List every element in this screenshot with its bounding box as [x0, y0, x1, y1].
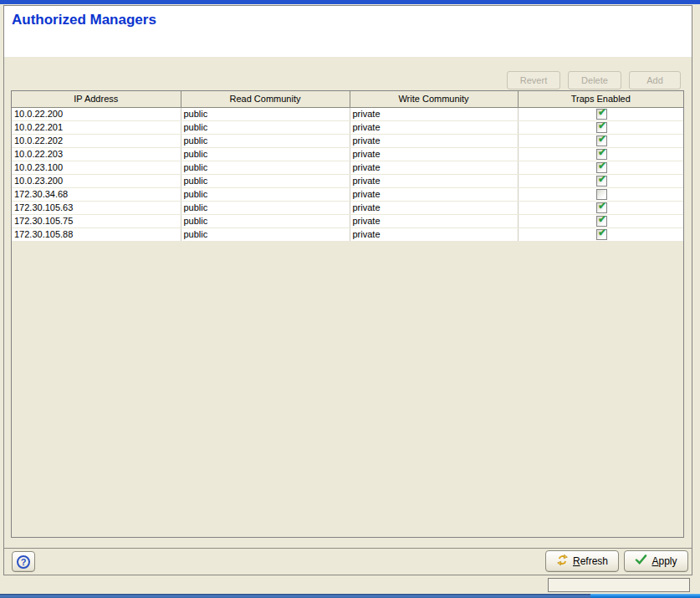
cell-write-community: private — [350, 147, 518, 161]
managers-table: IP Address Read Community Write Communit… — [12, 91, 684, 242]
check-icon: ✔ — [597, 107, 607, 118]
cell-write-community: private — [350, 214, 518, 227]
cell-ip-address: 10.0.22.201 — [12, 120, 181, 134]
cell-read-community: public — [181, 201, 350, 214]
apply-check-icon — [635, 555, 647, 568]
cell-ip-address: 10.0.23.200 — [12, 174, 181, 187]
table-row[interactable]: 172.30.105.63publicprivate✔ — [12, 201, 683, 214]
cell-write-community: private — [350, 107, 518, 120]
traps-enabled-checkbox[interactable]: ✔ — [596, 202, 607, 213]
authorized-managers-panel: Authorized Managers Revert Delete Add IP… — [0, 0, 700, 598]
cell-traps-enabled: ✔ — [518, 201, 683, 214]
table-row[interactable]: 10.0.23.200publicprivate✔ — [12, 174, 683, 187]
refresh-button[interactable]: Refresh — [545, 550, 619, 572]
check-icon: ✔ — [597, 201, 607, 212]
table-header-row: IP Address Read Community Write Communit… — [12, 91, 683, 107]
cell-read-community: public — [181, 174, 350, 187]
column-header-traps-enabled[interactable]: Traps Enabled — [518, 91, 683, 107]
table-row[interactable]: 172.30.105.75publicprivate✔ — [12, 214, 683, 227]
cell-read-community: public — [181, 134, 350, 147]
column-header-ip-address[interactable]: IP Address — [12, 91, 181, 107]
managers-table-body: 10.0.22.200publicprivate✔10.0.22.201publ… — [12, 107, 683, 241]
cell-write-community: private — [350, 227, 518, 241]
cell-ip-address: 10.0.22.202 — [12, 134, 181, 147]
traps-enabled-checkbox[interactable]: ✔ — [596, 229, 607, 240]
footer-divider — [4, 548, 692, 549]
cell-write-community: private — [350, 134, 518, 147]
apply-button-label: Apply — [651, 555, 677, 567]
managers-table-scrollpane: IP Address Read Community Write Communit… — [11, 90, 684, 538]
cell-ip-address: 172.30.105.88 — [12, 227, 181, 241]
table-row[interactable]: 10.0.22.201publicprivate✔ — [12, 120, 683, 134]
column-header-read-community[interactable]: Read Community — [181, 91, 350, 107]
cell-read-community: public — [181, 214, 350, 227]
traps-enabled-checkbox[interactable] — [596, 189, 607, 200]
cell-read-community: public — [181, 107, 350, 120]
add-button[interactable]: Add — [629, 71, 681, 89]
cell-traps-enabled: ✔ — [518, 227, 683, 241]
traps-enabled-checkbox[interactable]: ✔ — [596, 176, 607, 187]
cell-read-community: public — [181, 120, 350, 134]
refresh-icon — [556, 554, 569, 569]
table-row[interactable]: 10.0.23.100publicprivate✔ — [12, 161, 683, 174]
table-row[interactable]: 10.0.22.203publicprivate✔ — [12, 147, 683, 161]
cell-traps-enabled: ✔ — [518, 174, 683, 187]
cell-read-community: public — [181, 161, 350, 174]
traps-enabled-checkbox[interactable]: ✔ — [596, 162, 607, 173]
check-icon: ✔ — [597, 174, 607, 185]
revert-button[interactable]: Revert — [507, 71, 560, 89]
cell-ip-address: 10.0.22.203 — [12, 147, 181, 161]
cell-ip-address: 172.30.34.68 — [12, 187, 181, 201]
cell-traps-enabled: ✔ — [518, 147, 683, 161]
cell-traps-enabled — [518, 187, 683, 201]
cell-ip-address: 172.30.105.75 — [12, 214, 181, 227]
table-row[interactable]: 172.30.34.68publicprivate — [12, 187, 683, 201]
cell-ip-address: 10.0.22.200 — [12, 107, 181, 120]
refresh-button-label: Refresh — [573, 555, 608, 567]
progress-bar — [548, 578, 690, 592]
cell-traps-enabled: ✔ — [518, 134, 683, 147]
cell-traps-enabled: ✔ — [518, 214, 683, 227]
traps-enabled-checkbox[interactable]: ✔ — [596, 109, 607, 120]
cell-traps-enabled: ✔ — [518, 161, 683, 174]
check-icon: ✔ — [597, 161, 607, 171]
traps-enabled-checkbox[interactable]: ✔ — [596, 149, 607, 160]
check-icon: ✔ — [597, 214, 607, 225]
cell-write-community: private — [350, 187, 518, 201]
cell-read-community: public — [181, 227, 350, 241]
window-top-border — [0, 0, 700, 4]
table-row[interactable]: 172.30.105.88publicprivate✔ — [12, 227, 683, 241]
traps-enabled-checkbox[interactable]: ✔ — [596, 122, 607, 133]
page-title: Authorized Managers — [4, 6, 692, 28]
check-icon: ✔ — [597, 147, 607, 158]
window-bottom-border — [0, 594, 590, 598]
cell-traps-enabled: ✔ — [518, 107, 683, 120]
column-header-write-community[interactable]: Write Community — [350, 91, 518, 107]
cell-read-community: public — [181, 147, 350, 161]
help-button[interactable]: ? — [12, 551, 35, 572]
check-icon: ✔ — [597, 134, 607, 145]
table-row[interactable]: 10.0.22.200publicprivate✔ — [12, 107, 683, 120]
traps-enabled-checkbox[interactable]: ✔ — [596, 216, 607, 227]
cell-write-community: private — [350, 161, 518, 174]
cell-write-community: private — [350, 174, 518, 187]
check-icon: ✔ — [597, 227, 607, 238]
cell-ip-address: 172.30.105.63 — [12, 201, 181, 214]
cell-traps-enabled: ✔ — [518, 120, 683, 134]
cell-write-community: private — [350, 201, 518, 214]
table-row[interactable]: 10.0.22.202publicprivate✔ — [12, 134, 683, 147]
title-band: Authorized Managers — [4, 6, 692, 57]
cell-ip-address: 10.0.23.100 — [12, 161, 181, 174]
cell-write-community: private — [350, 120, 518, 134]
check-icon: ✔ — [597, 120, 607, 131]
cell-read-community: public — [181, 187, 350, 201]
help-question-icon: ? — [17, 555, 30, 569]
apply-button[interactable]: Apply — [624, 550, 688, 572]
traps-enabled-checkbox[interactable]: ✔ — [596, 135, 607, 146]
window-bottom-border-highlight — [590, 594, 700, 598]
delete-button[interactable]: Delete — [568, 71, 621, 89]
